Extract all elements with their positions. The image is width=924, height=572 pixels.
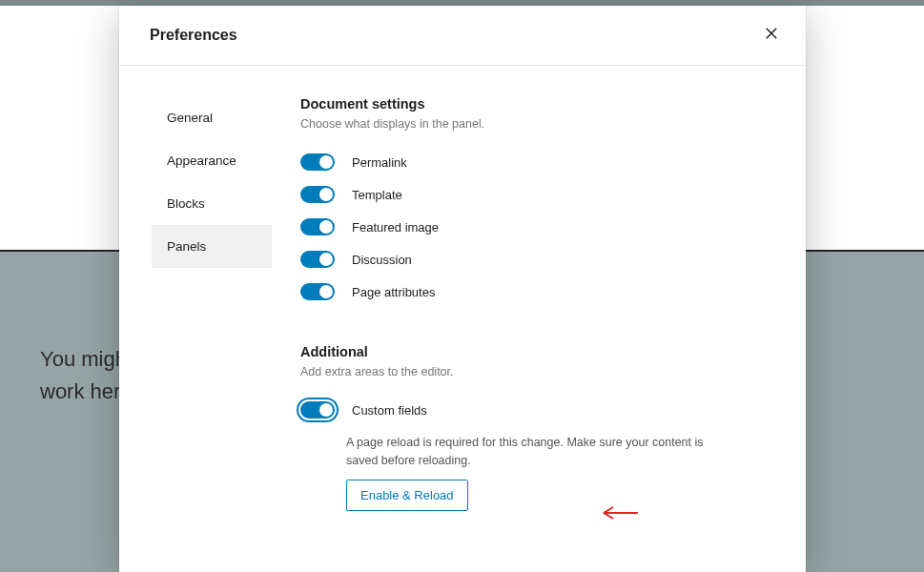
row-permalink: Permalink (300, 146, 783, 178)
close-icon (763, 25, 780, 46)
modal-title: Preferences (150, 27, 237, 44)
document-settings-desc: Choose what displays in the panel. (300, 117, 783, 131)
tabs-sidebar: General Appearance Blocks Panels (119, 66, 272, 572)
row-discussion: Discussion (300, 243, 783, 276)
section-additional: Additional Add extra areas to the editor… (300, 344, 783, 511)
label-permalink: Permalink (352, 155, 407, 170)
toggle-page-attributes[interactable] (300, 283, 335, 300)
custom-fields-help: A page reload is required for this chang… (346, 434, 708, 470)
toggle-custom-fields[interactable] (300, 401, 335, 419)
tab-panels[interactable]: Panels (152, 225, 272, 268)
content-area: Document settings Choose what displays i… (272, 66, 806, 572)
enable-reload-button[interactable]: Enable & Reload (346, 480, 468, 511)
preferences-modal: Preferences General Appearance Blocks Pa… (119, 6, 806, 572)
toggle-permalink[interactable] (300, 153, 335, 171)
row-template: Template (300, 178, 783, 211)
row-page-attributes: Page attributes (300, 276, 783, 308)
section-document-settings: Document settings Choose what displays i… (300, 96, 783, 308)
tab-general[interactable]: General (152, 96, 272, 139)
modal-header: Preferences (119, 6, 806, 66)
document-settings-heading: Document settings (300, 96, 783, 112)
toggle-featured-image[interactable] (300, 218, 335, 235)
additional-heading: Additional (300, 344, 783, 359)
tab-appearance[interactable]: Appearance (152, 139, 272, 182)
label-custom-fields: Custom fields (352, 403, 427, 418)
label-page-attributes: Page attributes (352, 285, 435, 299)
label-discussion: Discussion (352, 253, 412, 267)
tab-blocks[interactable]: Blocks (152, 182, 272, 225)
toggle-discussion[interactable] (300, 251, 335, 268)
toggle-template[interactable] (300, 186, 335, 203)
modal-body: General Appearance Blocks Panels Documen… (119, 66, 806, 572)
close-button[interactable] (760, 24, 783, 47)
row-custom-fields: Custom fields (300, 394, 783, 426)
label-featured-image: Featured image (352, 220, 439, 235)
row-featured-image: Featured image (300, 211, 783, 243)
additional-desc: Add extra areas to the editor. (300, 365, 783, 378)
label-template: Template (352, 188, 402, 202)
